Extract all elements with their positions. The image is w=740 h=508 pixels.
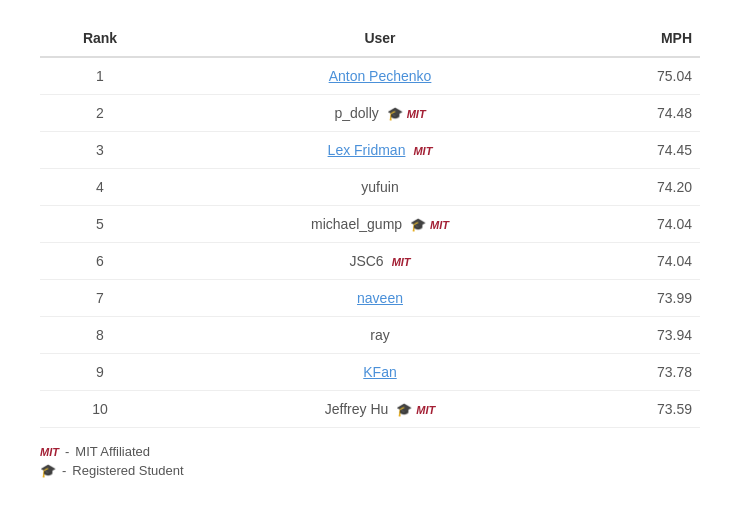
student-badge: 🎓 MIT (396, 401, 435, 417)
table-row: 3Lex FridmanMIT74.45 (40, 132, 700, 169)
leaderboard-table: Rank User MPH 1Anton Pechenko75.042p_dol… (40, 20, 700, 428)
mph-header: MPH (600, 20, 700, 57)
mph-cell: 74.45 (600, 132, 700, 169)
mph-cell: 73.99 (600, 280, 700, 317)
student-badge: 🎓 MIT (387, 105, 426, 121)
table-row: 5michael_gump🎓 MIT74.04 (40, 206, 700, 243)
rank-cell: 10 (40, 391, 160, 428)
mph-cell: 75.04 (600, 57, 700, 95)
mit-badge: MIT (413, 142, 432, 158)
mph-cell: 73.94 (600, 317, 700, 354)
mit-legend-text: MIT Affiliated (75, 444, 150, 459)
rank-cell: 8 (40, 317, 160, 354)
rank-header: Rank (40, 20, 160, 57)
user-link[interactable]: naveen (357, 290, 403, 306)
user-cell: ray (160, 317, 600, 354)
username: ray (370, 327, 389, 343)
username: michael_gump (311, 216, 402, 232)
mph-cell: 74.48 (600, 95, 700, 132)
rank-cell: 5 (40, 206, 160, 243)
student-legend-icon: 🎓 (40, 463, 56, 478)
student-badge: 🎓 MIT (410, 216, 449, 232)
user-cell: michael_gump🎓 MIT (160, 206, 600, 243)
mph-cell: 73.78 (600, 354, 700, 391)
username: JSC6 (349, 253, 383, 269)
username: yufuin (361, 179, 398, 195)
rank-cell: 1 (40, 57, 160, 95)
student-legend-label: - (62, 463, 66, 478)
table-row: 1Anton Pechenko75.04 (40, 57, 700, 95)
user-link[interactable]: Anton Pechenko (329, 68, 432, 84)
table-row: 2p_dolly🎓 MIT74.48 (40, 95, 700, 132)
user-cell[interactable]: naveen (160, 280, 600, 317)
table-row: 7naveen73.99 (40, 280, 700, 317)
user-link[interactable]: Lex Fridman (328, 142, 406, 158)
table-row: 8ray73.94 (40, 317, 700, 354)
table-row: 10Jeffrey Hu🎓 MIT73.59 (40, 391, 700, 428)
student-legend-text: Registered Student (72, 463, 183, 478)
user-cell[interactable]: Lex FridmanMIT (160, 132, 600, 169)
user-header: User (160, 20, 600, 57)
username: Jeffrey Hu (325, 401, 389, 417)
student-legend-item: 🎓 - Registered Student (40, 463, 700, 478)
rank-cell: 9 (40, 354, 160, 391)
user-cell[interactable]: Anton Pechenko (160, 57, 600, 95)
rank-cell: 6 (40, 243, 160, 280)
rank-cell: 4 (40, 169, 160, 206)
legend: MIT - MIT Affiliated 🎓 - Registered Stud… (40, 444, 700, 478)
mit-badge: MIT (392, 253, 411, 269)
table-row: 6JSC6MIT74.04 (40, 243, 700, 280)
user-link[interactable]: KFan (363, 364, 396, 380)
user-cell: p_dolly🎓 MIT (160, 95, 600, 132)
rank-cell: 7 (40, 280, 160, 317)
user-cell: Jeffrey Hu🎓 MIT (160, 391, 600, 428)
mit-legend-label: - (65, 444, 69, 459)
user-cell: JSC6MIT (160, 243, 600, 280)
mit-legend-icon: MIT (40, 446, 59, 458)
mph-cell: 73.59 (600, 391, 700, 428)
rank-cell: 2 (40, 95, 160, 132)
mit-legend-item: MIT - MIT Affiliated (40, 444, 700, 459)
table-row: 4yufuin74.20 (40, 169, 700, 206)
user-cell[interactable]: KFan (160, 354, 600, 391)
rank-cell: 3 (40, 132, 160, 169)
table-row: 9KFan73.78 (40, 354, 700, 391)
mph-cell: 74.20 (600, 169, 700, 206)
user-cell: yufuin (160, 169, 600, 206)
mph-cell: 74.04 (600, 243, 700, 280)
mph-cell: 74.04 (600, 206, 700, 243)
username: p_dolly (334, 105, 378, 121)
